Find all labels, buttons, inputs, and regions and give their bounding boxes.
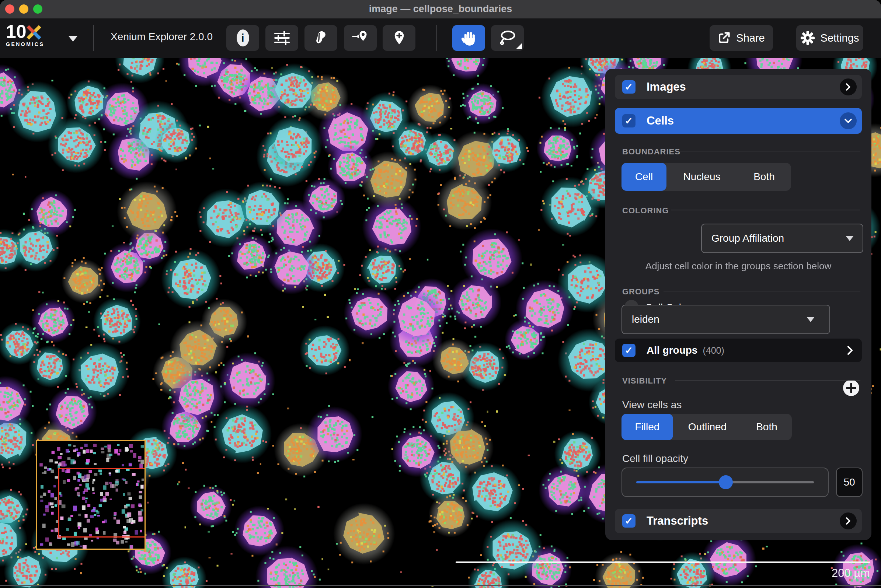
cells-label: Cells (646, 114, 674, 128)
chevron-right-icon (846, 517, 851, 525)
section-divider (671, 210, 860, 210)
caret-down-icon (846, 236, 854, 241)
transcripts-checkbox[interactable]: ✓ (622, 514, 636, 528)
add-group-button[interactable] (843, 380, 860, 396)
boundaries-option-cell[interactable]: Cell (621, 163, 666, 191)
chevron-right-icon (846, 83, 851, 91)
logo-sub-text: GENOMICS (6, 41, 44, 47)
chevron-right-icon (847, 346, 853, 355)
coloring-hint: Adjust cell color in the groups section … (605, 261, 871, 272)
transcripts-label: Transcripts (646, 514, 708, 528)
groups-dropdown-value: leiden (632, 314, 660, 326)
all-groups-checkbox[interactable]: ✓ (622, 344, 636, 357)
view-cells-as-label: View cells as (622, 399, 682, 411)
opacity-value-box[interactable]: 50 (836, 468, 863, 497)
lasso-tool-button[interactable] (491, 25, 524, 51)
cell-color-dropdown-value: Group Affiliation (711, 232, 784, 244)
layers-panel: ✓ Images ✓ Cells BOUNDARIES Cell Nucleus… (605, 69, 871, 540)
add-pin-icon (393, 30, 406, 46)
window-title: image — cellpose_boundaries (0, 3, 881, 15)
share-label: Share (736, 32, 765, 44)
slider-track-rest (725, 481, 814, 483)
opacity-slider[interactable] (621, 468, 828, 497)
adjustments-icon (274, 31, 290, 45)
adjustments-button[interactable] (265, 25, 298, 51)
view-option-both[interactable]: Both (742, 414, 792, 440)
share-icon (718, 32, 730, 44)
groups-section-label: GROUPS (622, 287, 660, 297)
segmentation-icon (314, 30, 328, 46)
coloring-section-label: COLORING (622, 206, 669, 216)
boundaries-option-both[interactable]: Both (737, 163, 791, 191)
images-checkbox[interactable]: ✓ (622, 80, 636, 94)
logo-text: 10 (6, 23, 27, 40)
share-button[interactable]: Share (710, 25, 773, 51)
pan-tool-button[interactable] (452, 25, 485, 51)
app-title: Xenium Explorer 2.0.0 (111, 31, 213, 43)
toolbar-divider (93, 25, 94, 51)
tenx-logo[interactable]: 10 GENOMICS (6, 23, 44, 47)
settings-gear-icon (801, 31, 815, 45)
section-divider (679, 151, 860, 152)
lasso-more-options-indicator (516, 43, 522, 49)
cell-color-dropdown[interactable]: Group Affiliation (701, 224, 863, 253)
minimap-viewport-rect[interactable] (58, 468, 146, 537)
all-groups-label: All groups (646, 345, 698, 356)
transcripts-row[interactable]: ✓ Transcripts (615, 509, 862, 533)
boundaries-segmented-control: Cell Nucleus Both (621, 163, 791, 191)
section-divider (663, 291, 860, 291)
goto-location-button[interactable] (344, 25, 377, 51)
info-icon: i (237, 30, 249, 46)
caret-down-icon (807, 317, 815, 322)
minimap[interactable] (36, 440, 146, 550)
goto-location-icon (352, 30, 369, 46)
all-groups-count: (400) (703, 345, 724, 356)
boundaries-section-label: BOUNDARIES (622, 147, 681, 157)
title-bar: image — cellpose_boundaries (0, 0, 881, 18)
slider-track-filled (636, 481, 725, 483)
transcripts-expand-button[interactable] (840, 513, 857, 530)
cell-fill-opacity-label: Cell fill opacity (622, 453, 688, 465)
xenium-explorer-window: 200 µm image — cellpose_boundaries 10 GE… (0, 0, 881, 588)
cells-row[interactable]: ✓ Cells (615, 108, 862, 134)
slider-handle[interactable] (719, 475, 733, 489)
scale-bar-label: 200 µm (831, 567, 870, 580)
plus-icon (843, 380, 860, 396)
add-pin-button[interactable] (383, 25, 415, 51)
logo-caret-down-icon[interactable] (69, 36, 77, 42)
section-divider (675, 380, 860, 381)
segmentation-button[interactable] (304, 25, 337, 51)
settings-label: Settings (821, 32, 859, 44)
toolbar-divider (436, 25, 437, 51)
groups-dropdown[interactable]: leiden (621, 304, 830, 334)
boundaries-option-nucleus[interactable]: Nucleus (666, 163, 737, 191)
pan-hand-icon (462, 30, 476, 46)
cells-checkbox[interactable]: ✓ (622, 114, 636, 128)
view-cells-segmented-control: Filled Outlined Both (621, 414, 792, 440)
cells-collapse-button[interactable] (840, 112, 857, 129)
view-option-filled[interactable]: Filled (621, 414, 673, 440)
all-groups-expand-button[interactable] (847, 346, 853, 355)
images-label: Images (646, 80, 686, 94)
images-row[interactable]: ✓ Images (615, 75, 862, 99)
visibility-section-label: VISIBILITY (622, 376, 667, 386)
chevron-down-icon (844, 118, 852, 123)
logo-x-icon (27, 25, 41, 40)
scale-bar (456, 561, 870, 563)
toolbar: 10 GENOMICS Xenium Explorer 2.0.0 i (0, 18, 881, 58)
lasso-icon (499, 30, 516, 46)
window-bottom-edge (0, 585, 881, 586)
info-button[interactable]: i (226, 25, 259, 51)
view-option-outlined[interactable]: Outlined (673, 414, 742, 440)
all-groups-row[interactable]: ✓ All groups (400) (615, 339, 862, 362)
images-expand-button[interactable] (840, 78, 857, 95)
settings-button[interactable]: Settings (796, 25, 863, 51)
